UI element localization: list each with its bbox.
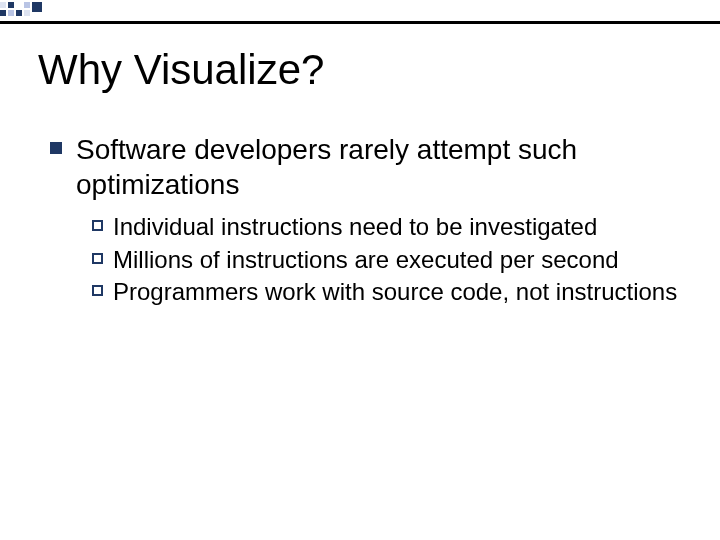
bullet-level2: Millions of instructions are executed pe… [92,245,686,276]
bullet-level2: Programmers work with source code, not i… [92,277,686,308]
hollow-square-bullet-icon [92,253,103,264]
horizontal-rule [0,21,720,24]
hollow-square-bullet-icon [92,220,103,231]
bullet-level2-text: Individual instructions need to be inves… [113,212,597,243]
header-decoration [0,0,720,20]
bullet-level2-text: Millions of instructions are executed pe… [113,245,619,276]
slide-content: Why Visualize? Software developers rarel… [38,46,686,310]
hollow-square-bullet-icon [92,285,103,296]
slide-title: Why Visualize? [38,46,686,94]
subpoints-group: Individual instructions need to be inves… [92,212,686,308]
bullet-level1: Software developers rarely attempt such … [50,132,686,202]
bullet-level2: Individual instructions need to be inves… [92,212,686,243]
square-bullet-icon [50,142,62,154]
bullet-level1-text: Software developers rarely attempt such … [76,132,686,202]
bullet-level2-text: Programmers work with source code, not i… [113,277,677,308]
